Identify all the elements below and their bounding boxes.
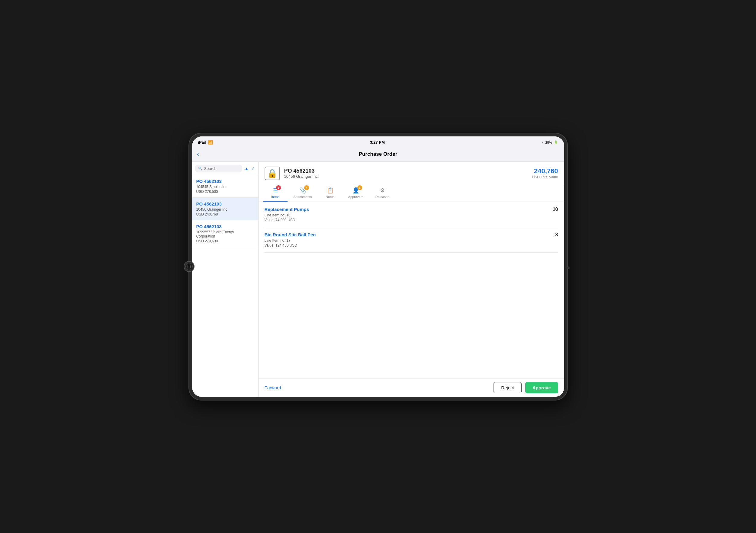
content-area: 🔍 ▲ ✓ PO 4562103 104545 Staples Inc USD … <box>192 162 564 397</box>
tab-badge: 2 <box>276 185 281 190</box>
search-input-wrap[interactable]: 🔍 <box>195 165 242 172</box>
po-list-number: PO 4562103 <box>196 179 254 184</box>
check-edit-icon[interactable]: ✓ <box>251 166 255 171</box>
po-list-vendor: 104545 Staples Inc <box>196 185 254 189</box>
filter-icon[interactable]: ▲ <box>244 166 249 171</box>
tab-approvers[interactable]: 👤 3 Approvers <box>342 184 369 202</box>
item-row: Replacement Pumps Line Item no: 10 Value… <box>265 202 558 227</box>
battery-icon: 🔋 <box>554 140 558 144</box>
po-header: 🔒 PO 4562103 10456 Grainger Inc 240,760 … <box>258 162 564 184</box>
tab-badge: 3 <box>357 185 362 190</box>
tab-notes[interactable]: 📋 Notes <box>318 184 342 202</box>
reject-button[interactable]: Reject <box>494 382 522 393</box>
po-list-vendor: 1099557 Valero Energy Corporation <box>196 230 254 239</box>
item-quantity: 10 <box>553 207 558 212</box>
notes-tab-label: Notes <box>326 195 334 199</box>
battery-percentage: 28% <box>545 140 552 144</box>
item-value: Value: 74.000 USD <box>265 218 309 222</box>
po-list-vendor: 10456 Grainger Inc <box>196 207 254 212</box>
lock-icon: 🔒 <box>265 166 280 180</box>
items-list: Replacement Pumps Line Item no: 10 Value… <box>258 202 564 378</box>
item-name: Bic Round Stic Ball Pen <box>265 232 316 237</box>
main-panel: 🔒 PO 4562103 10456 Grainger Inc 240,760 … <box>258 162 564 397</box>
approve-button[interactable]: Approve <box>525 382 558 393</box>
po-list-number: PO 4562103 <box>196 224 254 229</box>
item-value: Value: 124.450 USD <box>265 243 316 247</box>
search-icon: 🔍 <box>198 166 202 170</box>
po-list-amount: USD 270,630 <box>196 239 254 243</box>
po-total-label: USD Total value <box>532 175 558 179</box>
device-name: iPad <box>198 140 206 144</box>
forward-button[interactable]: Forward <box>265 385 281 390</box>
tabs-bar: ☰ 2 Items 📎 4 Attachments 📋 Notes 👤 3 Ap… <box>258 184 564 202</box>
po-list-number: PO 4562103 <box>196 201 254 206</box>
nav-bar: ‹ Purchase Order <box>192 147 564 162</box>
item-line-no: Line Item no: 10 <box>265 213 309 217</box>
tab-attachments[interactable]: 📎 4 Attachments <box>287 184 318 202</box>
po-list-amount: USD 278,500 <box>196 190 254 194</box>
side-dot <box>567 266 570 269</box>
po-number: PO 4562103 <box>284 168 318 174</box>
po-list-item[interactable]: PO 4562103 1099557 Valero Energy Corpora… <box>192 220 258 247</box>
po-list: PO 4562103 104545 Staples Inc USD 278,50… <box>192 175 258 397</box>
page-title: Purchase Order <box>209 151 547 157</box>
tab-badge: 4 <box>304 185 309 190</box>
approvers-tab-label: Approvers <box>348 195 364 199</box>
status-bar: iPad 📶 3:27 PM ‣ 28% 🔋 <box>192 137 564 147</box>
items-tab-label: Items <box>271 195 280 199</box>
search-bar-container: 🔍 ▲ ✓ <box>192 162 258 175</box>
location-icon: ‣ <box>542 140 543 144</box>
search-input[interactable] <box>204 166 239 171</box>
po-vendor: 10456 Grainger Inc <box>284 174 318 179</box>
po-list-item[interactable]: PO 4562103 104545 Staples Inc USD 278,50… <box>192 175 258 198</box>
releases-tab-icon: ⚙ <box>380 187 385 194</box>
po-list-item[interactable]: PO 4562103 10456 Grainger Inc USD 240,76… <box>192 198 258 220</box>
item-quantity: 3 <box>555 232 558 238</box>
attachments-tab-label: Attachments <box>294 195 312 199</box>
action-buttons: Reject Approve <box>494 382 558 393</box>
wifi-icon: 📶 <box>208 140 213 144</box>
tab-items[interactable]: ☰ 2 Items <box>263 184 287 202</box>
item-row: Bic Round Stic Ball Pen Line Item no: 17… <box>265 227 558 253</box>
sidebar: 🔍 ▲ ✓ PO 4562103 104545 Staples Inc USD … <box>192 162 258 397</box>
po-list-amount: USD 240,760 <box>196 212 254 216</box>
item-line-no: Line Item no: 17 <box>265 239 316 243</box>
tab-releases[interactable]: ⚙ Releases <box>369 184 395 202</box>
po-total-value: 240,760 <box>532 167 558 175</box>
home-button[interactable] <box>184 261 195 272</box>
notes-tab-icon: 📋 <box>327 187 334 194</box>
back-button[interactable]: ‹ <box>197 150 209 158</box>
item-name: Replacement Pumps <box>265 207 309 212</box>
releases-tab-label: Releases <box>375 195 389 199</box>
clock: 3:27 PM <box>370 140 385 144</box>
bottom-bar: Forward Reject Approve <box>258 378 564 397</box>
